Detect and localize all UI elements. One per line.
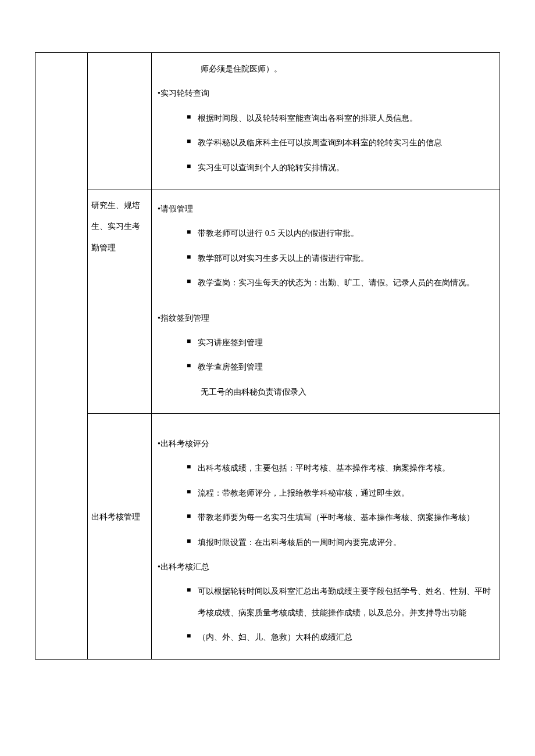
- subcategory-label: 出科考核管理: [88, 414, 151, 533]
- content-table: 师必须是住院医师）。 •实习轮转查询 ■ 根据时间段、以及轮转科室能查询出各科室…: [35, 52, 500, 660]
- square-bullet-icon: ■: [187, 273, 191, 291]
- square-bullet-icon: ■: [187, 581, 191, 599]
- detail-content: •请假管理 ■ 带教老师可以进行 0.5 天以内的假进行审批。 ■ 教学部可以对…: [152, 189, 500, 413]
- table-row: 师必须是住院医师）。 •实习轮转查询 ■ 根据时间段、以及轮转科室能查询出各科室…: [35, 53, 500, 189]
- list-item: ■ 教学查房签到管理: [152, 357, 500, 378]
- square-bullet-icon: ■: [187, 627, 191, 645]
- square-bullet-icon: ■: [187, 458, 191, 476]
- bullet-text: 填报时限设置：在出科考核后的一周时间内要完成评分。: [198, 532, 494, 553]
- detail-cell: 师必须是住院医师）。 •实习轮转查询 ■ 根据时间段、以及轮转科室能查询出各科室…: [152, 53, 500, 189]
- bullet-text: 根据时间段、以及轮转科室能查询出各科室的排班人员信息。: [198, 108, 494, 129]
- continuation-text: 师必须是住院医师）。: [152, 59, 500, 80]
- list-item: ■ 教学部可以对实习生多天以上的请假进行审批。: [152, 248, 500, 269]
- list-item: ■ 出科考核成绩，主要包括：平时考核、基本操作考核、病案操作考核。: [152, 458, 500, 479]
- subcategory-cell: 研究生、规培生、实习生考勤管理: [88, 189, 152, 413]
- list-item: ■ 带教老师可以进行 0.5 天以内的假进行审批。: [152, 223, 500, 244]
- bullet-text: 实习生可以查询到个人的轮转安排情况。: [198, 157, 494, 178]
- table-row: 出科考核管理 •出科考核评分 ■ 出科考核成绩，主要包括：平时考核、基本操作考核…: [35, 414, 500, 660]
- detail-content: 师必须是住院医师）。 •实习轮转查询 ■ 根据时间段、以及轮转科室能查询出各科室…: [152, 53, 500, 189]
- section-heading: •指纹签到管理: [152, 308, 500, 329]
- bullet-text: 带教老师可以进行 0.5 天以内的假进行审批。: [198, 223, 494, 244]
- list-item: ■ 填报时限设置：在出科考核后的一周时间内要完成评分。: [152, 532, 500, 553]
- square-bullet-icon: ■: [187, 223, 191, 241]
- list-item: ■ 教学查岗：实习生每天的状态为：出勤、旷工、请假。记录人员的在岗情况。: [152, 273, 500, 293]
- section-heading: •实习轮转查询: [152, 83, 500, 104]
- square-bullet-icon: ■: [187, 507, 191, 525]
- bullet-text: 可以根据轮转时间以及科室汇总出考勤成绩主要字段包括学号、姓名、性别、平时考核成绩…: [198, 581, 494, 624]
- bullet-text: 实习讲座签到管理: [198, 332, 494, 353]
- square-bullet-icon: ■: [187, 132, 191, 151]
- bullet-text: 教学查房签到管理: [198, 357, 494, 378]
- list-item: ■ 根据时间段、以及轮转科室能查询出各科室的排班人员信息。: [152, 108, 500, 129]
- square-bullet-icon: ■: [187, 157, 191, 175]
- square-bullet-icon: ■: [187, 357, 191, 375]
- square-bullet-icon: ■: [187, 532, 191, 550]
- subcategory-label: [88, 53, 151, 65]
- document-page: 师必须是住院医师）。 •实习轮转查询 ■ 根据时间段、以及轮转科室能查询出各科室…: [0, 0, 535, 700]
- bullet-text: 教学查岗：实习生每天的状态为：出勤、旷工、请假。记录人员的在岗情况。: [198, 273, 494, 293]
- note-text: 无工号的由科秘负责请假录入: [152, 382, 500, 403]
- section-heading: •出科考核评分: [152, 433, 500, 454]
- square-bullet-icon: ■: [187, 332, 191, 350]
- list-item: ■ （内、外、妇、儿、急救）大科的成绩汇总: [152, 627, 500, 648]
- category-cell: [35, 53, 88, 660]
- bullet-text: 流程：带教老师评分，上报给教学科秘审核，通过即生效。: [198, 483, 494, 504]
- section-heading: •请假管理: [152, 199, 500, 220]
- list-item: ■ 流程：带教老师评分，上报给教学科秘审核，通过即生效。: [152, 483, 500, 504]
- list-item: ■ 实习生可以查询到个人的轮转安排情况。: [152, 157, 500, 178]
- bullet-text: 无工号的由科秘负责请假录入: [201, 382, 494, 403]
- square-bullet-icon: ■: [187, 108, 191, 126]
- list-item: ■ 可以根据轮转时间以及科室汇总出考勤成绩主要字段包括学号、姓名、性别、平时考核…: [152, 581, 500, 624]
- bullet-text: 带教老师要为每一名实习生填写（平时考核、基本操作考核、病案操作考核）: [198, 507, 494, 528]
- bullet-text: 出科考核成绩，主要包括：平时考核、基本操作考核、病案操作考核。: [198, 458, 494, 479]
- list-item: ■ 教学科秘以及临床科主任可以按周查询到本科室的轮转实习生的信息: [152, 132, 500, 153]
- spacer: [152, 294, 500, 304]
- detail-cell: •出科考核评分 ■ 出科考核成绩，主要包括：平时考核、基本操作考核、病案操作考核…: [152, 414, 500, 660]
- section-heading: •出科考核汇总: [152, 557, 500, 578]
- subcategory-cell: 出科考核管理: [88, 414, 152, 660]
- list-item: ■ 实习讲座签到管理: [152, 332, 500, 353]
- list-item: ■ 带教老师要为每一名实习生填写（平时考核、基本操作考核、病案操作考核）: [152, 507, 500, 528]
- square-bullet-icon: ■: [187, 248, 191, 266]
- square-bullet-icon: ■: [187, 483, 191, 501]
- spacer: [152, 420, 500, 430]
- bullet-text: （内、外、妇、儿、急救）大科的成绩汇总: [198, 627, 494, 648]
- bullet-text: 教学科秘以及临床科主任可以按周查询到本科室的轮转实习生的信息: [198, 132, 494, 153]
- subcategory-cell: [88, 53, 152, 189]
- subcategory-label: 研究生、规培生、实习生考勤管理: [88, 189, 151, 264]
- bullet-text: 教学部可以对实习生多天以上的请假进行审批。: [198, 248, 494, 269]
- detail-content: •出科考核评分 ■ 出科考核成绩，主要包括：平时考核、基本操作考核、病案操作考核…: [152, 414, 500, 659]
- detail-cell: •请假管理 ■ 带教老师可以进行 0.5 天以内的假进行审批。 ■ 教学部可以对…: [152, 189, 500, 413]
- table-row: 研究生、规培生、实习生考勤管理 •请假管理 ■ 带教老师可以进行 0.5 天以内…: [35, 189, 500, 413]
